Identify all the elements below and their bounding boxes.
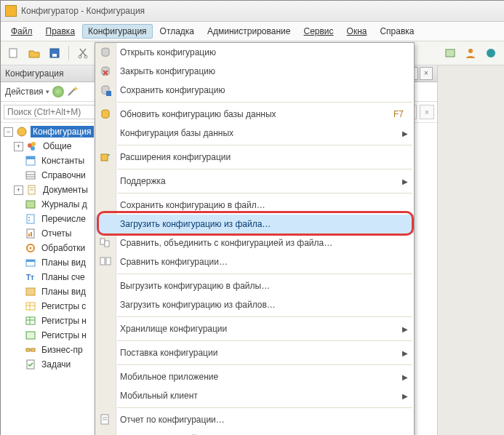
svg-rect-33 [26, 303, 35, 310]
workspace [438, 65, 504, 435]
info-register-icon [25, 300, 36, 312]
reports-icon [25, 228, 36, 239]
menu-configuration[interactable]: Конфигурация [82, 24, 153, 39]
wand-icon[interactable] [67, 85, 79, 99]
svg-point-22 [28, 217, 30, 218]
toolbar-save-icon[interactable] [46, 44, 63, 62]
svg-rect-55 [106, 258, 111, 265]
svg-text:Тт: Тт [26, 274, 34, 282]
expand-icon[interactable]: + [14, 185, 23, 195]
menubar: Файл Правка Конфигурация Отладка Админис… [1, 22, 504, 41]
toolbar-separator [68, 46, 69, 60]
expand-icon[interactable]: + [14, 142, 23, 151]
update-db-icon [99, 108, 112, 121]
menu-separator [117, 316, 412, 317]
menu-windows[interactable]: Окна [341, 24, 373, 39]
svg-point-23 [28, 220, 30, 221]
svg-rect-49 [106, 91, 111, 96]
toolbar-new-icon[interactable] [5, 44, 23, 62]
menu-unload-to-files[interactable]: Выгрузить конфигурацию в файлы… [95, 276, 414, 295]
menu-separator [117, 169, 412, 169]
panel-close-icon[interactable]: × [420, 67, 433, 80]
open-config-icon [99, 46, 112, 59]
svg-rect-52 [100, 239, 105, 244]
svg-rect-25 [28, 234, 30, 236]
app-icon [5, 5, 17, 17]
menu-support[interactable]: Поддержка ▶ [95, 172, 414, 191]
titlebar: Конфигуратор - Конфигурация [1, 1, 504, 22]
submenu-arrow-icon: ▶ [402, 373, 408, 381]
menu-compare[interactable]: Сравнить конфигурации… [95, 252, 414, 271]
add-icon[interactable] [52, 86, 64, 97]
menu-supply[interactable]: Поставка конфигурации▶ [95, 343, 414, 362]
menu-separator [117, 364, 412, 365]
compare-icon [99, 255, 112, 268]
common-icon [26, 140, 38, 152]
menu-mobile-client[interactable]: Мобильный клиент▶ [95, 386, 414, 405]
menu-separator [117, 407, 412, 408]
svg-rect-14 [26, 172, 35, 179]
menu-extensions[interactable]: Расширения конфигурации [95, 148, 414, 167]
actions-dropdown[interactable]: Действия [5, 87, 49, 97]
accum-register-icon [25, 315, 36, 327]
menu-db-configuration[interactable]: Конфигурация базы данных ▶ [95, 124, 414, 143]
journal-icon [25, 199, 36, 210]
constants-icon [25, 155, 36, 167]
toolbar-open-icon[interactable] [25, 44, 43, 62]
menu-separator [117, 102, 412, 103]
svg-point-11 [31, 146, 35, 151]
menu-separator [117, 274, 412, 274]
svg-rect-32 [26, 288, 35, 295]
svg-rect-36 [26, 317, 35, 324]
svg-rect-51 [101, 154, 108, 161]
menu-save-configuration[interactable]: Сохранить конфигурацию [95, 81, 414, 100]
menu-module-check[interactable]: Проверка модулей… [95, 429, 414, 435]
menu-mobile-app[interactable]: Мобильное приложение▶ [95, 367, 414, 386]
search-clear-icon[interactable]: × [420, 105, 434, 119]
accum-register-icon [25, 330, 36, 341]
menu-shortcut: F7 [393, 109, 404, 119]
menu-edit[interactable]: Правка [40, 24, 81, 39]
extensions-icon [99, 151, 112, 164]
report-icon [99, 413, 112, 426]
panel-title: Конфигурация [5, 68, 64, 79]
svg-rect-20 [26, 201, 35, 208]
menu-file[interactable]: Файл [5, 24, 39, 39]
svg-point-28 [30, 247, 32, 250]
svg-point-7 [487, 49, 495, 57]
save-config-icon [99, 84, 112, 97]
submenu-arrow-icon: ▶ [402, 349, 408, 357]
config-icon [16, 126, 28, 137]
menu-debug[interactable]: Отладка [154, 24, 200, 39]
menu-save-to-file[interactable]: Сохранить конфигурацию в файл… [95, 196, 414, 215]
svg-rect-2 [52, 54, 57, 57]
menu-config-report[interactable]: Отчет по конфигурации… [95, 410, 414, 429]
close-config-icon [99, 65, 112, 78]
toolbar-generic-icon[interactable] [482, 44, 500, 62]
processing-icon [25, 242, 36, 254]
svg-rect-54 [100, 258, 105, 265]
svg-rect-0 [9, 49, 17, 57]
svg-point-8 [17, 127, 26, 136]
svg-point-6 [468, 49, 473, 53]
menu-admin[interactable]: Администрирование [201, 24, 296, 39]
menu-update-db[interactable]: Обновить конфигурацию базы данных F7 [95, 105, 414, 124]
documents-icon [26, 184, 38, 196]
menu-load-from-files[interactable]: Загрузить конфигурацию из файлов… [95, 295, 414, 314]
svg-rect-26 [31, 232, 32, 236]
svg-rect-40 [26, 348, 30, 351]
svg-rect-39 [26, 332, 35, 339]
expand-icon[interactable]: − [4, 127, 13, 137]
menu-help[interactable]: Справка [374, 24, 420, 39]
menu-storage[interactable]: Хранилище конфигурации▶ [95, 319, 414, 338]
toolbar-generic-icon[interactable] [441, 44, 459, 62]
menu-compare-merge[interactable]: Сравнить, объединить с конфигурацией из … [95, 234, 414, 252]
toolbar-user-icon[interactable] [462, 44, 479, 62]
toolbar-cut-icon[interactable] [74, 44, 92, 62]
menu-open-configuration[interactable]: Открыть конфигурацию [95, 43, 414, 62]
menu-service[interactable]: Сервис [297, 24, 339, 39]
catalog-icon [25, 169, 36, 181]
menu-load-from-file[interactable]: Загрузить конфигурацию из файла… [95, 215, 414, 234]
menu-close-configuration[interactable]: Закрыть конфигурацию [95, 62, 414, 81]
enum-icon [25, 213, 36, 225]
